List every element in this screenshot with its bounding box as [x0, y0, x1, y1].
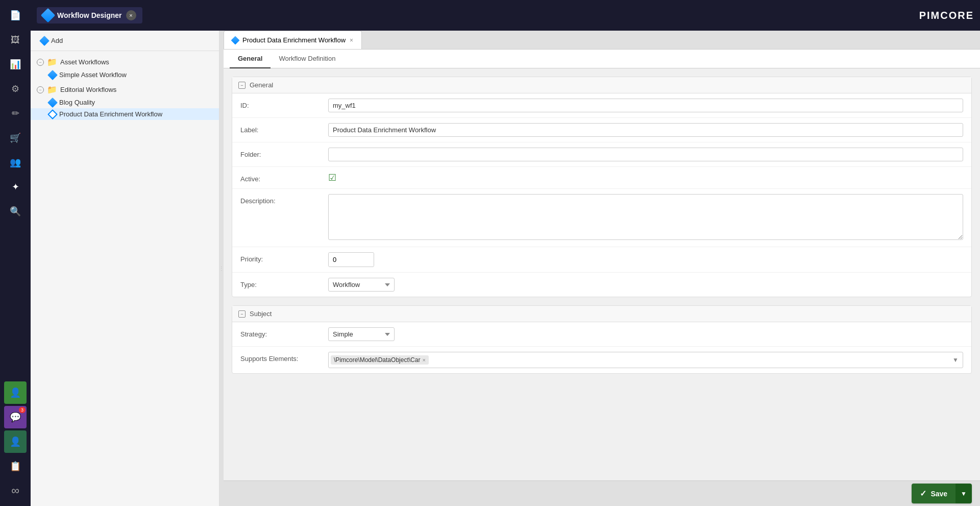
- sidebar-bottom: 👤 💬 3 👤 📋 ∞: [4, 381, 27, 506]
- add-diamond-icon: [39, 36, 50, 46]
- user-icon: 👤: [10, 436, 21, 447]
- tab-workflow-definition[interactable]: Workflow Definition: [271, 50, 344, 68]
- label-input[interactable]: [328, 123, 963, 137]
- blog-quality-icon: [47, 98, 58, 108]
- sidebar-item-person[interactable]: 👤: [4, 381, 27, 404]
- tab-label: Product Data Enrichment Workflow: [242, 36, 346, 44]
- tags-dropdown-btn[interactable]: ▼: [950, 355, 961, 365]
- description-row: Description:: [232, 189, 971, 247]
- save-dropdown-button[interactable]: ▼: [955, 484, 972, 503]
- tab-general[interactable]: General: [230, 50, 271, 68]
- sidebar-item-forms[interactable]: 📋: [4, 455, 27, 477]
- sidebar-item-edit[interactable]: ✏: [4, 102, 27, 125]
- tree-item-blog-quality[interactable]: Blog Quality: [31, 97, 219, 108]
- forms-icon: 📋: [10, 461, 21, 472]
- edit-icon: ✏: [12, 108, 19, 119]
- priority-input-wrap: ▲ ▼: [328, 252, 374, 267]
- tree-panel: Add − 📁 Asset Workflows Simple Asset Wor…: [31, 31, 219, 506]
- general-section-header: − General: [232, 77, 971, 93]
- tab-close-button[interactable]: ×: [350, 37, 353, 44]
- sidebar-item-settings[interactable]: ⚙: [4, 78, 27, 100]
- tree-group-asset: − 📁 Asset Workflows Simple Asset Workflo…: [31, 55, 219, 81]
- type-select[interactable]: Workflow StateMachine: [328, 278, 395, 292]
- tree-item-product-data[interactable]: Product Data Enrichment Workflow: [31, 108, 219, 120]
- resize-handle[interactable]: ⋮: [219, 31, 224, 506]
- tab-general-label: General: [238, 55, 262, 62]
- main-area: Workflow Designer × PIMCORE Add − 📁 Ass: [31, 0, 980, 506]
- product-data-label: Product Data Enrichment Workflow: [59, 110, 162, 118]
- supports-tags-input[interactable]: \Pimcore\Model\DataObject\Car × ▼: [328, 352, 963, 368]
- tab-bar: Product Data Enrichment Workflow ×: [224, 31, 980, 50]
- tree-toolbar: Add: [31, 31, 219, 51]
- app-diamond-icon: [41, 8, 55, 22]
- tab-diamond-icon: [231, 36, 240, 44]
- search-icon: 🔍: [10, 206, 21, 217]
- add-button[interactable]: Add: [37, 35, 67, 46]
- cart-icon: 🛒: [10, 132, 21, 143]
- priority-row: Priority: ▲ ▼: [232, 247, 971, 273]
- simple-asset-icon: [47, 70, 58, 80]
- app-close-button[interactable]: ×: [126, 10, 136, 20]
- tag-car-remove[interactable]: ×: [422, 357, 425, 363]
- sidebar-item-asset[interactable]: 🖼: [4, 29, 27, 51]
- tree-item-simple-asset[interactable]: Simple Asset Workflow: [31, 69, 219, 81]
- asset-collapse-btn[interactable]: −: [37, 59, 44, 66]
- strategy-label: Strategy:: [240, 327, 322, 338]
- main-content: Product Data Enrichment Workflow × Gener…: [224, 31, 980, 506]
- supports-label: Supports Elements:: [240, 352, 322, 363]
- priority-input[interactable]: [329, 253, 374, 266]
- supports-row: Supports Elements: \Pimcore\Model\DataOb…: [232, 347, 971, 373]
- content-row: Add − 📁 Asset Workflows Simple Asset Wor…: [31, 31, 980, 506]
- editorial-collapse-btn[interactable]: −: [37, 86, 44, 93]
- save-label: Save: [930, 490, 947, 498]
- document-icon: 📄: [10, 10, 21, 21]
- sidebar-item-cart[interactable]: 🛒: [4, 127, 27, 149]
- blog-quality-label: Blog Quality: [59, 99, 95, 106]
- sidebar-item-document[interactable]: 📄: [4, 4, 27, 27]
- tree-group-asset-header[interactable]: − 📁 Asset Workflows: [31, 55, 219, 69]
- infinity-icon: ∞: [11, 484, 19, 497]
- folder-label: Folder:: [240, 148, 322, 158]
- sidebar-item-chart[interactable]: 📊: [4, 53, 27, 76]
- folder-input[interactable]: [328, 148, 963, 161]
- save-btn-group: ✓ Save ▼: [912, 484, 972, 503]
- app-title: Workflow Designer: [57, 11, 122, 19]
- sidebar-item-workflow[interactable]: ✦: [4, 176, 27, 198]
- users-icon: 👥: [10, 157, 21, 168]
- sidebar-item-search[interactable]: 🔍: [4, 200, 27, 223]
- workflow-icon: ✦: [12, 181, 19, 192]
- sidebar-item-user[interactable]: 👤: [4, 430, 27, 453]
- settings-icon: ⚙: [11, 83, 19, 94]
- tree-content: − 📁 Asset Workflows Simple Asset Workflo…: [31, 51, 219, 506]
- active-row: Active: ☑: [232, 167, 971, 189]
- subject-collapse-btn[interactable]: −: [238, 310, 246, 318]
- strategy-select[interactable]: Simple Expression: [328, 327, 395, 341]
- icon-sidebar: 📄 🖼 📊 ⚙ ✏ 🛒 👥 ✦ 🔍 👤 💬 3 👤 📋: [0, 0, 31, 506]
- description-input[interactable]: [328, 194, 963, 240]
- general-section: − General ID: Label:: [232, 77, 972, 297]
- chart-icon: 📊: [10, 59, 21, 70]
- tab-product-data[interactable]: Product Data Enrichment Workflow ×: [224, 31, 362, 49]
- general-collapse-btn[interactable]: −: [238, 82, 246, 89]
- asset-folder-icon: 📁: [47, 57, 57, 67]
- chat-icon: 💬: [10, 412, 21, 423]
- product-data-icon: [47, 109, 58, 119]
- tree-group-editorial: − 📁 Editorial Workflows Blog Quality Pro…: [31, 83, 219, 120]
- id-control: [328, 99, 963, 112]
- priority-label: Priority:: [240, 252, 322, 263]
- editorial-folder-icon: 📁: [47, 85, 57, 94]
- asset-group-label: Asset Workflows: [60, 58, 109, 66]
- sidebar-item-chat[interactable]: 💬 3: [4, 406, 27, 428]
- general-section-title: General: [250, 81, 273, 89]
- sidebar-item-infinity[interactable]: ∞: [4, 479, 27, 502]
- active-checkbox[interactable]: ☑: [328, 173, 336, 183]
- pimcore-logo: PIMCORE: [919, 10, 974, 21]
- bottom-bar: ✓ Save ▼: [224, 480, 980, 506]
- tree-group-editorial-header[interactable]: − 📁 Editorial Workflows: [31, 83, 219, 97]
- top-bar: Workflow Designer × PIMCORE: [31, 0, 980, 31]
- label-control: [328, 123, 963, 137]
- description-control: [328, 194, 963, 242]
- sidebar-item-users[interactable]: 👥: [4, 151, 27, 174]
- id-input[interactable]: [328, 99, 963, 112]
- save-button[interactable]: ✓ Save: [912, 484, 955, 503]
